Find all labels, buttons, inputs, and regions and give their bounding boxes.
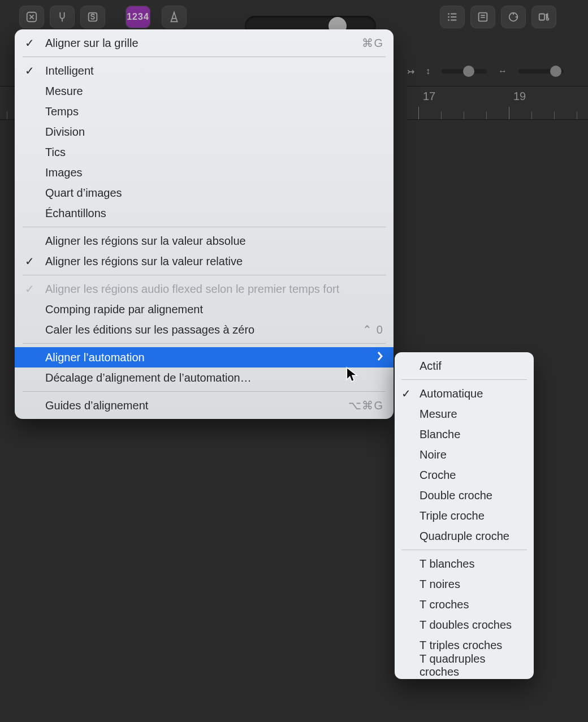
ruler-label-17: 17 [423,90,435,103]
loop-button[interactable] [501,6,526,28]
vertical-zoom-slider[interactable] [442,69,487,74]
menu-item-label: T quadruples croches [420,652,526,678]
zoom-controls: ↣ ↕ ↔ [407,61,564,81]
counter-label: 1234 [127,12,149,22]
menu-item-comping[interactable]: Comping rapide par alignement [15,299,394,319]
submenu-item-noire[interactable]: Noire [395,444,534,465]
menu-separator [401,550,527,550]
menu-item-label: Blanche [420,428,460,441]
menu-item-label: Automatique [420,387,483,400]
list-button[interactable] [440,6,465,28]
menu-item-tics[interactable]: Tics [15,142,394,162]
menu-item-label: Quart d’images [45,187,122,200]
menu-item-label: Quadruple croche [420,530,509,543]
menu-item-label: Triple croche [420,509,485,522]
menu-item-label: Échantillons [45,207,106,220]
horiz-arrows-icon: ↔ [498,66,507,76]
menu-item-label: T blanches [420,557,474,570]
snap-menu: ✓ Aligner sur la grille ⌘G ✓ Intelligent… [15,29,394,419]
submenu-arrow-icon [377,351,383,364]
menu-item-label: Aligner sur la grille [45,37,139,50]
menu-separator [23,57,386,57]
automation-align-submenu: Actif ✓ Automatique Mesure Blanche Noire… [395,352,534,679]
submenu-item-automatique[interactable]: ✓ Automatique [395,383,534,404]
svg-point-4 [448,19,449,21]
menu-item-label: Actif [420,360,442,373]
svg-point-2 [448,13,449,15]
menu-item-align-grid[interactable]: ✓ Aligner sur la grille ⌘G [15,33,394,53]
menu-separator [401,379,527,380]
submenu-item-t-blanches[interactable]: T blanches [395,554,534,574]
svg-point-3 [448,16,449,18]
menu-item-label: Noire [420,448,447,461]
note-pad-button[interactable] [470,6,495,28]
menu-separator [23,227,386,227]
submenu-item-triple-croche[interactable]: Triple croche [395,505,534,526]
shortcut-label: ⌘G [362,36,383,50]
submenu-item-t-quadruples-croches[interactable]: T quadruples croches [395,655,534,676]
menu-item-label: Croche [420,469,456,482]
menu-item-division[interactable]: Division [15,122,394,142]
menu-item-mesure[interactable]: Mesure [15,81,394,101]
menu-item-flex-align: ✓ Aligner les régions audio flexed selon… [15,279,394,299]
menu-item-label: Aligner les régions sur la valeur relati… [45,255,243,268]
horizontal-zoom-slider[interactable] [518,69,564,74]
menu-item-label: Double croche [420,489,492,502]
menu-item-label: T doubles croches [420,619,512,632]
check-icon: ✓ [25,64,34,77]
menu-item-images[interactable]: Images [15,162,394,183]
submenu-item-quadruple-croche[interactable]: Quadruple croche [395,526,534,546]
submenu-item-actif[interactable]: Actif [395,356,534,376]
menu-item-label: Décalage d’alignement de l’automation… [45,371,252,384]
menu-item-label: Mesure [420,408,457,421]
menu-item-label: Temps [45,105,79,118]
shortcut-label: ⌥⌘G [348,399,383,412]
menu-separator [23,343,386,344]
menu-item-align-rel[interactable]: ✓ Aligner les régions sur la valeur rela… [15,251,394,271]
submenu-item-t-noires[interactable]: T noires [395,574,534,594]
menu-item-label: Intelligent [45,64,94,77]
menu-item-echantillons[interactable]: Échantillons [15,203,394,223]
menu-item-label: Images [45,166,83,179]
submenu-item-croche[interactable]: Croche [395,465,534,485]
submenu-item-double-croche[interactable]: Double croche [395,485,534,505]
menu-item-label: T croches [420,598,469,611]
menu-separator [23,391,386,392]
menu-item-align-automation[interactable]: Aligner l’automation [15,347,394,368]
submenu-item-t-croches[interactable]: T croches [395,594,534,615]
counter-button[interactable]: 1234 [126,6,150,28]
menu-item-automation-offset[interactable]: Décalage d’alignement de l’automation… [15,368,394,388]
menu-item-label: Mesure [45,85,83,98]
menu-item-label: Tics [45,146,66,159]
check-icon: ✓ [25,36,34,50]
metronome-button[interactable] [162,6,187,28]
tuning-fork-button[interactable] [50,6,75,28]
check-icon: ✓ [25,254,34,268]
solo-s-button[interactable] [80,6,105,28]
menu-item-guides[interactable]: Guides d’alignement ⌥⌘G [15,395,394,416]
menu-item-zero-cross[interactable]: Caler les éditions sur les passages à zé… [15,319,394,340]
menu-item-label: Division [45,126,85,139]
media-browser-button[interactable] [531,6,556,28]
menu-item-label: T triples croches [420,639,502,652]
ruler-label-19: 19 [513,90,526,103]
submenu-item-t-doubles-croches[interactable]: T doubles croches [395,615,534,635]
menu-item-label: Comping rapide par alignement [45,303,203,316]
close-box-button[interactable] [19,6,44,28]
timeline-ruler[interactable]: 17 19 [407,86,588,120]
app-root: { "toolbar": { "counter_label": "1234" }… [0,0,588,722]
arrow-in-icon: ↣ [407,66,414,77]
shortcut-label: ⌃ 0 [362,323,383,336]
menu-item-label: Guides d’alignement [45,399,148,412]
menu-item-label: Aligner l’automation [45,351,145,364]
submenu-item-mesure[interactable]: Mesure [395,404,534,424]
check-icon: ✓ [401,387,411,400]
vert-arrows-icon: ↕ [426,66,430,76]
submenu-item-blanche[interactable]: Blanche [395,424,534,444]
menu-item-intelligent[interactable]: ✓ Intelligent [15,60,394,81]
menu-item-quart-images[interactable]: Quart d’images [15,183,394,203]
menu-item-align-abs[interactable]: Aligner les régions sur la valeur absolu… [15,231,394,251]
menu-item-temps[interactable]: Temps [15,101,394,122]
check-icon: ✓ [25,282,34,296]
svg-rect-7 [539,14,544,20]
